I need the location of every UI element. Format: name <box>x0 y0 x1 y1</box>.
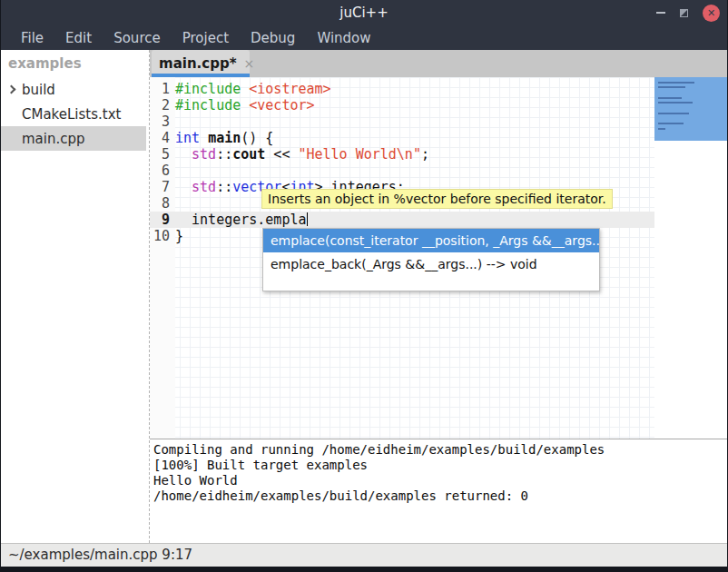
titlebar[interactable]: juCi++ ✕ <box>1 0 727 25</box>
menu-item-project[interactable]: Project <box>172 25 240 50</box>
minimap-code-line <box>658 82 694 84</box>
status-file-position: ~/examples/main.cpp 9:17 <box>8 547 192 563</box>
menu-item-window[interactable]: Window <box>306 25 381 50</box>
sidebar-item-cmakelists-txt[interactable]: CMakeLists.txt <box>1 102 146 126</box>
terminal-line: Hello World <box>153 473 723 488</box>
editor-line[interactable]: 1#include <iostream> <box>150 81 654 97</box>
menubar: FileEditSourceProjectDebugWindow <box>1 25 727 50</box>
line-number: 2 <box>150 97 175 113</box>
minimap[interactable] <box>654 77 727 439</box>
code-text: #include <iostream> <box>175 81 331 97</box>
autocomplete-item[interactable]: emplace_back(_Args &&__args...) --> void <box>263 252 599 276</box>
sidebar-item-build[interactable]: build <box>1 77 146 102</box>
minimap-code-line <box>658 113 689 114</box>
text-cursor <box>307 212 308 226</box>
line-number: 5 <box>150 146 175 163</box>
minimap-code-line <box>658 97 682 99</box>
autocomplete-item[interactable]: emplace(const_iterator __position, _Args… <box>263 229 599 252</box>
terminal-line: /home/eidheim/examples/build/examples re… <box>153 488 723 504</box>
editor-pane: main.cpp*× 1#include <iostream>2#include… <box>150 50 727 543</box>
file-label: CMakeLists.txt <box>22 106 121 123</box>
tab-label: main.cpp* <box>159 55 236 72</box>
restore-icon[interactable] <box>680 9 688 17</box>
menu-item-edit[interactable]: Edit <box>54 25 103 50</box>
tab-main-cpp-[interactable]: main.cpp*× <box>152 50 250 77</box>
line-number: 10 <box>150 228 175 244</box>
editor-lines: 1#include <iostream>2#include <vector>34… <box>150 81 654 244</box>
line-number: 1 <box>150 81 175 97</box>
minimize-icon[interactable] <box>656 12 665 14</box>
sidebar-item-main-cpp[interactable]: main.cpp <box>1 126 146 151</box>
line-number: 6 <box>150 163 175 179</box>
editor-line[interactable]: 9 integers.empla <box>150 212 654 228</box>
line-number: 7 <box>150 179 175 195</box>
file-tree: buildCMakeLists.txtmain.cpp <box>1 77 146 151</box>
line-number: 4 <box>150 130 175 146</box>
doc-tooltip: Inserts an object in %vector before spec… <box>261 189 613 209</box>
code-text: integers.empla <box>175 212 308 228</box>
minimap-slider[interactable] <box>654 77 727 141</box>
app-window: juCi++ ✕ FileEditSourceProjectDebugWindo… <box>0 0 728 572</box>
minimap-code-line <box>658 86 685 88</box>
minimap-code-line <box>658 128 665 130</box>
chevron-right-icon[interactable] <box>7 85 16 94</box>
code-text: int main() { <box>175 130 273 146</box>
menu-item-debug[interactable]: Debug <box>240 25 306 50</box>
menu-item-source[interactable]: Source <box>103 25 172 50</box>
file-tree-sidebar: examples buildCMakeLists.txtmain.cpp <box>1 50 146 543</box>
code-editor[interactable]: 1#include <iostream>2#include <vector>34… <box>150 77 727 439</box>
line-number: 8 <box>150 195 175 212</box>
editor-line[interactable]: 3 <box>150 113 654 130</box>
line-number: 3 <box>150 113 175 130</box>
autocomplete-popup: emplace(const_iterator __position, _Args… <box>262 228 600 291</box>
terminal-output[interactable]: Compiling and running /home/eidheim/exam… <box>150 439 727 543</box>
project-name-header: examples <box>1 50 146 77</box>
menu-item-file[interactable]: File <box>10 25 54 50</box>
window-buttons: ✕ <box>656 0 720 25</box>
file-label: build <box>22 82 55 98</box>
editor-line[interactable]: 4int main() { <box>150 130 654 146</box>
minimap-code-line <box>658 102 693 104</box>
tabbar: main.cpp*× <box>150 50 727 77</box>
editor-line[interactable]: 2#include <vector> <box>150 97 654 113</box>
code-text: std::cout << "Hello World\n"; <box>175 146 429 163</box>
window-title: juCi++ <box>339 5 388 21</box>
terminal-line: Compiling and running /home/eidheim/exam… <box>153 442 723 458</box>
file-label: main.cpp <box>22 131 85 147</box>
minimap-code-line <box>658 123 684 124</box>
content: examples buildCMakeLists.txtmain.cpp mai… <box>1 50 727 543</box>
editor-line[interactable]: 6 <box>150 163 654 179</box>
statusbar: ~/examples/main.cpp 9:17 <box>1 543 727 567</box>
terminal-line: [100%] Built target examples <box>153 458 723 473</box>
line-number: 9 <box>150 212 175 228</box>
window-bottom-edge <box>1 567 727 572</box>
code-text: } <box>175 228 183 244</box>
code-text: #include <vector> <box>175 97 315 113</box>
tab-close-icon[interactable]: × <box>243 56 254 71</box>
editor-line[interactable]: 5 std::cout << "Hello World\n"; <box>150 146 654 163</box>
close-icon[interactable]: ✕ <box>703 5 720 22</box>
